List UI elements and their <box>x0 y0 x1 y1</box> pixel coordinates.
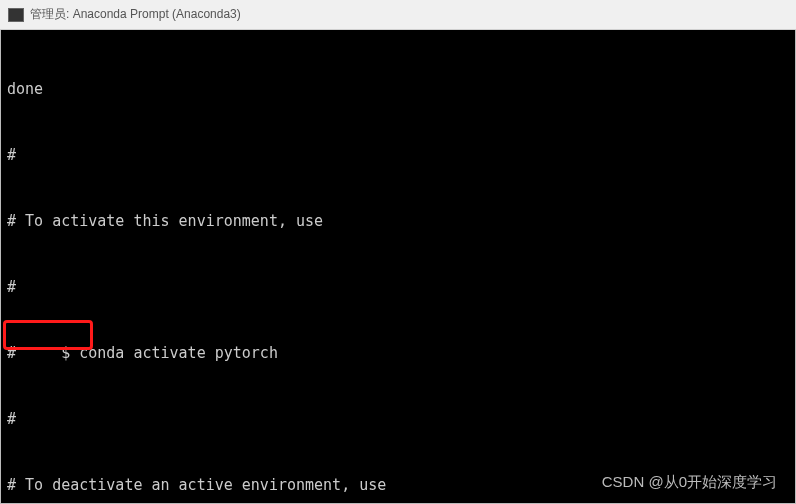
terminal-line: # To activate this environment, use <box>1 210 795 232</box>
terminal-line: done <box>1 78 795 100</box>
terminal-line: # <box>1 144 795 166</box>
window-title: 管理员: Anaconda Prompt (Anaconda3) <box>30 6 241 23</box>
terminal-line: # $ conda activate pytorch <box>1 342 795 364</box>
window-titlebar[interactable]: 管理员: Anaconda Prompt (Anaconda3) <box>0 0 796 30</box>
terminal-area[interactable]: done # # To activate this environment, u… <box>0 30 796 504</box>
terminal-line: # <box>1 276 795 298</box>
terminal-icon <box>8 8 24 22</box>
terminal-line: # To deactivate an active environment, u… <box>1 474 795 496</box>
terminal-line: # <box>1 408 795 430</box>
